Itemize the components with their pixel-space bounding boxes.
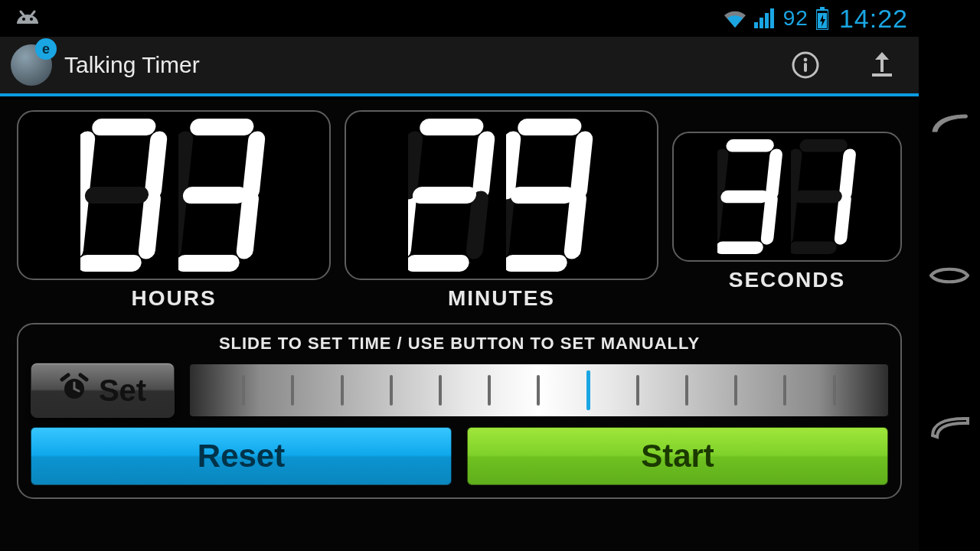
svg-line-20	[147, 200, 152, 251]
signal-icon	[754, 8, 776, 28]
set-button-label: Set	[99, 373, 146, 408]
svg-line-34	[475, 200, 480, 251]
battery-charging-icon	[816, 7, 828, 30]
svg-rect-15	[872, 73, 892, 77]
info-button[interactable]	[789, 48, 822, 82]
seconds-label: SECONDS	[729, 268, 845, 292]
minutes-field[interactable]: MINUTES	[345, 110, 658, 311]
svg-line-19	[153, 140, 158, 191]
app-icon	[11, 44, 52, 86]
set-button[interactable]: Set	[31, 363, 175, 418]
set-panel: SLIDE TO SET TIME / USE BUTTON TO SET MA…	[17, 323, 902, 499]
svg-line-30	[179, 140, 185, 191]
battery-percent: 92	[783, 6, 808, 31]
android-debug-icon	[11, 7, 44, 30]
svg-line-55	[841, 200, 844, 238]
svg-rect-5	[760, 18, 763, 28]
svg-line-41	[573, 200, 578, 251]
svg-line-58	[791, 155, 795, 194]
svg-point-13	[804, 58, 808, 62]
wifi-icon	[724, 8, 746, 28]
svg-rect-14	[804, 63, 807, 72]
svg-point-2	[22, 18, 25, 21]
minutes-label: MINUTES	[448, 286, 555, 311]
home-nav-button[interactable]	[925, 251, 974, 300]
alarm-clock-icon	[59, 372, 90, 409]
system-nav-bar	[919, 0, 980, 551]
svg-line-44	[507, 140, 512, 191]
recents-nav-button[interactable]	[925, 404, 974, 453]
start-button[interactable]: Start	[467, 427, 888, 485]
slider-thumb[interactable]	[586, 370, 590, 410]
svg-line-0	[21, 11, 24, 15]
svg-line-54	[845, 155, 849, 194]
svg-rect-6	[765, 13, 769, 28]
svg-marker-17	[875, 52, 889, 60]
svg-line-33	[481, 140, 486, 191]
svg-line-48	[767, 200, 771, 238]
svg-line-37	[409, 140, 414, 191]
hours-label: HOURS	[131, 286, 216, 311]
hours-field[interactable]: HOURS	[17, 110, 331, 311]
status-clock: 14:22	[839, 4, 908, 34]
svg-line-40	[579, 140, 584, 191]
svg-rect-4	[754, 22, 758, 28]
svg-line-47	[772, 155, 776, 194]
svg-point-3	[30, 18, 33, 21]
slider-hint: SLIDE TO SET TIME / USE BUTTON TO SET MA…	[31, 334, 888, 354]
back-nav-button[interactable]	[925, 98, 974, 147]
app-title: Talking Timer	[64, 52, 200, 78]
share-button[interactable]	[865, 48, 899, 82]
svg-line-1	[31, 11, 34, 15]
reset-button[interactable]: Reset	[31, 427, 452, 485]
svg-rect-7	[770, 8, 774, 28]
seconds-field[interactable]: SECONDS	[672, 110, 902, 311]
svg-line-23	[81, 140, 87, 191]
main-content: HOURS MINUTES SECONDS SLIDE TO SET TIME …	[0, 99, 919, 551]
status-bar: 92 14:22	[0, 0, 919, 37]
time-slider[interactable]	[190, 364, 888, 416]
svg-line-51	[717, 155, 721, 194]
svg-line-26	[251, 140, 256, 191]
svg-line-27	[245, 200, 250, 251]
action-bar: Talking Timer	[0, 37, 919, 96]
